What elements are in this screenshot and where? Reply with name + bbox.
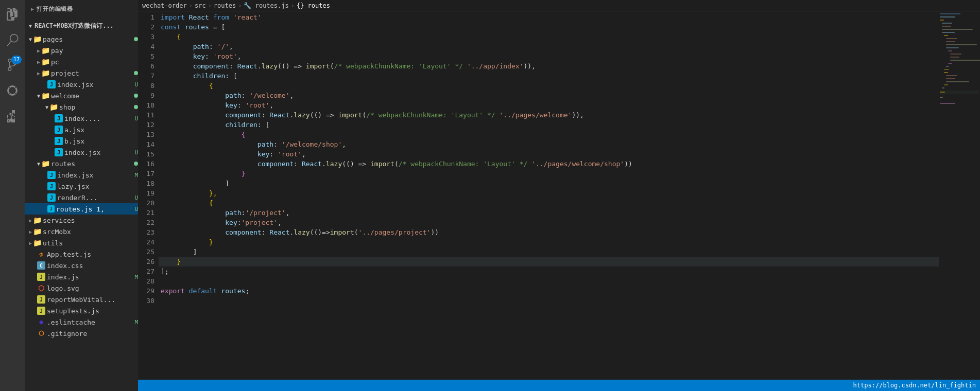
file-logo-svg[interactable]: ⬡ logo.svg [25, 282, 138, 294]
code-line-20: { [159, 198, 939, 208]
index-js-label: index.js [47, 273, 132, 281]
open-editors-header[interactable]: ▶ 打开的编辑器 [25, 0, 138, 18]
svg-rect-16 [950, 60, 980, 61]
file-project-index[interactable]: J index.jsx U [25, 79, 138, 90]
file-index-js[interactable]: J index.js M [25, 271, 138, 282]
folder-utils[interactable]: ▶ 📁 utils [25, 237, 138, 248]
pages-label: pages [43, 35, 131, 43]
activity-explorer[interactable] [0, 2, 25, 27]
code-line-30 [159, 296, 939, 306]
svg-rect-27 [940, 92, 945, 93]
file-a-jsx[interactable]: J a.jsx [25, 124, 138, 135]
folder-project[interactable]: ▶ 📁 project [25, 67, 138, 79]
routes-index-tag: M [134, 172, 138, 179]
svg-rect-15 [950, 57, 959, 58]
render-r-label: renderR... [57, 194, 132, 202]
breadcrumb-routes-js[interactable]: 🔧 routes.js [244, 2, 288, 9]
svg-rect-28 [940, 97, 943, 98]
svg-rect-14 [950, 54, 961, 55]
activity-extensions[interactable] [0, 104, 25, 129]
shop-index-icon: J [55, 114, 63, 122]
utils-folder-icon: 📁 [33, 239, 41, 247]
welcome-index-label: index.jsx [64, 149, 132, 156]
code-line-18: ] [159, 179, 939, 188]
setup-tests-icon: J [37, 307, 45, 315]
activity-search[interactable] [0, 28, 25, 52]
file-index-css[interactable]: C index.css [25, 260, 138, 271]
file-lazy-jsx[interactable]: J lazy.jsx [25, 181, 138, 192]
project-dot [134, 71, 138, 75]
srcmobx-label: srcMobx [43, 228, 138, 236]
folder-welcome[interactable]: ▼ 📁 welcome [25, 90, 138, 101]
code-line-8: { [159, 81, 939, 91]
file-setup-tests[interactable]: J setupTests.js [25, 305, 138, 316]
file-eslintcache[interactable]: ● .eslintcache M [25, 316, 138, 328]
services-folder-icon: 📁 [33, 216, 41, 224]
file-report-web-vital[interactable]: J reportWebVital... [25, 294, 138, 305]
code-line-3: { [159, 32, 939, 42]
index-css-icon: C [37, 261, 45, 270]
file-render-r[interactable]: J renderR... U [25, 192, 138, 203]
file-app-test[interactable]: ⚗ App.test.js [25, 248, 138, 260]
eslintcache-icon: ● [37, 318, 45, 326]
activity-scm[interactable]: 17 [0, 52, 25, 77]
routes-index-label: index.jsx [57, 171, 132, 179]
index-js-tag: M [134, 274, 138, 280]
svg-rect-29 [940, 103, 955, 104]
code-line-1: import React from 'react' [159, 12, 939, 22]
welcome-index-icon: J [55, 148, 63, 156]
code-line-11: component: React.lazy(() => import(/* we… [159, 110, 939, 120]
file-b-jsx[interactable]: J b.jsx [25, 135, 138, 147]
a-jsx-icon: J [55, 126, 63, 134]
svg-rect-17 [948, 63, 952, 64]
folder-srcmobx[interactable]: ▶ 📁 srcMobx [25, 226, 138, 237]
breadcrumb-wechat-order: wechat-order [142, 2, 187, 9]
routes-folder-icon: 📁 [41, 159, 49, 168]
pc-folder-icon: 📁 [41, 58, 49, 66]
status-bar: https://blog.csdn.net/lin_fightin [138, 380, 980, 391]
setup-tests-label: setupTests.js [47, 307, 138, 315]
project-index-label: index.jsx [57, 81, 132, 88]
pc-label: pc [51, 58, 138, 66]
breadcrumb-routes-folder: routes [214, 2, 236, 9]
code-line-5: key: 'root', [159, 51, 939, 61]
main-editor: wechat-order › src › routes › 🔧 routes.j… [138, 0, 980, 391]
file-routes-index[interactable]: J index.jsx M [25, 169, 138, 181]
minimap-svg [939, 11, 980, 305]
svg-rect-21 [946, 75, 957, 76]
logo-svg-icon: ⬡ [37, 284, 45, 292]
code-content[interactable]: import React from 'react' const routes =… [159, 11, 939, 380]
svg-rect-12 [946, 47, 959, 48]
code-line-17: } [159, 169, 939, 179]
routes-folder-label: routes [51, 160, 131, 168]
folder-pay[interactable]: ▶ 📁 pay [25, 45, 138, 56]
svg-rect-2 [940, 16, 955, 17]
folder-pc[interactable]: ▶ 📁 pc [25, 56, 138, 67]
activity-debug[interactable] [0, 78, 25, 103]
gitignore-label: .gitignore [47, 330, 138, 337]
svg-rect-6 [942, 29, 973, 30]
file-gitignore[interactable]: ⬡ .gitignore [25, 328, 138, 339]
explorer-header[interactable]: ▼ REACT+MOBX打造微信订... [25, 18, 138, 33]
code-line-13: { [159, 130, 939, 139]
welcome-index-tag: U [134, 149, 138, 156]
pay-label: pay [51, 47, 138, 55]
b-jsx-icon: J [55, 137, 63, 145]
code-line-29: export default routes; [159, 286, 939, 296]
open-editors-label: 打开的编辑器 [37, 5, 73, 13]
svg-rect-20 [944, 72, 948, 73]
folder-pages[interactable]: ▼ 📁 pages [25, 33, 138, 45]
file-shop-index[interactable]: J index.... U [25, 113, 138, 124]
folder-routes[interactable]: ▼ 📁 routes [25, 158, 138, 169]
folder-services[interactable]: ▶ 📁 services [25, 215, 138, 226]
file-routes-js[interactable]: J routes.js 1, U [25, 203, 138, 215]
lazy-jsx-label: lazy.jsx [57, 183, 138, 190]
app-test-label: App.test.js [47, 251, 138, 258]
breadcrumb-routes-var: {} routes [297, 2, 330, 9]
file-welcome-index[interactable]: J index.jsx U [25, 147, 138, 158]
code-editor[interactable]: 12345 678910 1112131415 1617181920 21222… [138, 11, 980, 380]
svg-rect-24 [944, 84, 948, 85]
svg-rect-3 [940, 20, 944, 21]
code-line-24: } [159, 237, 939, 247]
folder-shop[interactable]: ▼ 📁 shop [25, 101, 138, 113]
